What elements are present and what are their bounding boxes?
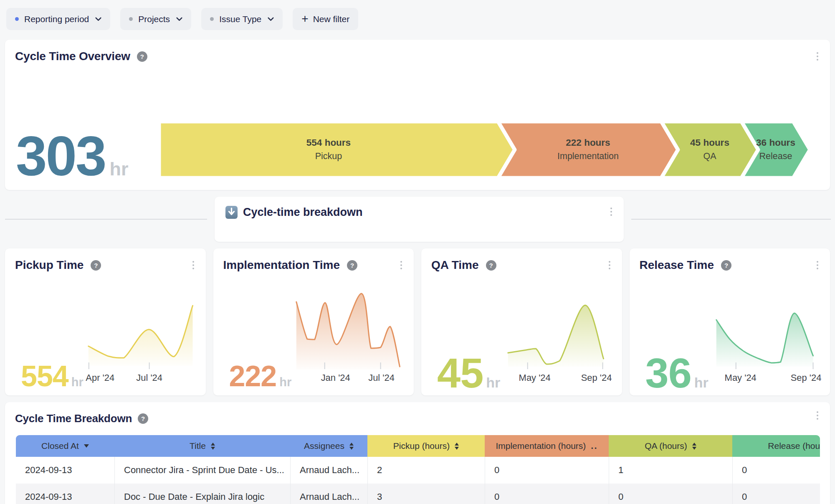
overview-total-unit: hr bbox=[110, 158, 129, 180]
help-icon[interactable]: ? bbox=[91, 260, 101, 271]
column-header-release-hours[interactable]: Release (hours) bbox=[732, 435, 820, 457]
column-header-assignees[interactable]: Assignees bbox=[290, 435, 367, 457]
cell-title: Doc - Due Date - Explain Jira logic bbox=[114, 484, 290, 504]
funnel-segment-hours: 45 hours bbox=[690, 137, 729, 148]
column-label: Implementation (hours) bbox=[496, 441, 586, 451]
table-title: Cycle Time Breakdown bbox=[15, 412, 132, 425]
filter-dot bbox=[129, 17, 133, 21]
stat-unit: hr bbox=[279, 375, 291, 389]
x-axis-tick bbox=[324, 362, 325, 369]
breakdown-table: Closed AtTitleAssigneesPickup (hours)Imp… bbox=[16, 435, 820, 504]
cell-release: 0 bbox=[732, 484, 820, 504]
stat-unit: hr bbox=[71, 375, 84, 389]
column-header-pickup-hours[interactable]: Pickup (hours) bbox=[367, 435, 485, 457]
cycle-time-overview-card: Cycle Time Overview ? 303 hr 554 hoursPi… bbox=[5, 40, 830, 190]
column-label: Assignees bbox=[304, 441, 344, 451]
sort-icon bbox=[211, 443, 215, 450]
filter-projects[interactable]: Projects bbox=[120, 8, 191, 30]
filter-label: Reporting period bbox=[24, 14, 89, 24]
chevron-down-icon bbox=[95, 17, 101, 21]
funnel-segment-implementation[interactable] bbox=[498, 122, 678, 178]
filter-issue-type[interactable]: Issue Type bbox=[201, 8, 283, 30]
chevron-down-icon bbox=[176, 17, 182, 21]
cell-assignees: Arnaud Lach... bbox=[290, 457, 367, 484]
help-icon[interactable]: ? bbox=[138, 413, 148, 424]
filter-reporting-period[interactable]: Reporting period bbox=[6, 8, 110, 30]
x-axis-label: Apr '24 bbox=[86, 372, 114, 383]
kebab-menu-icon[interactable] bbox=[192, 264, 194, 266]
stat-value: 554 bbox=[21, 362, 68, 391]
kebab-menu-icon[interactable] bbox=[400, 264, 402, 266]
x-axis-tick bbox=[527, 362, 528, 369]
overview-total-value: 303 bbox=[16, 128, 106, 184]
overview-title: Cycle Time Overview bbox=[15, 50, 130, 63]
stat-card-value: 222hr bbox=[229, 362, 292, 391]
x-axis-tick bbox=[602, 362, 603, 369]
stat-card-title: Implementation Time bbox=[223, 258, 340, 272]
kebab-menu-icon[interactable] bbox=[817, 264, 818, 266]
x-axis-tick bbox=[735, 362, 736, 369]
column-label: QA (hours) bbox=[645, 441, 687, 451]
funnel-segment-stage: Implementation bbox=[557, 151, 619, 161]
x-axis-label: May '24 bbox=[519, 372, 551, 383]
funnel-segment-qa[interactable] bbox=[661, 122, 758, 178]
divider-line-right bbox=[631, 219, 831, 220]
x-axis-tick bbox=[149, 362, 150, 369]
cycle-time-breakdown-header-card: Cycle-time breakdown bbox=[215, 197, 624, 242]
filter-dot bbox=[15, 17, 19, 21]
overview-total: 303 hr bbox=[16, 128, 129, 184]
sort-icon bbox=[692, 443, 696, 450]
stat-value: 36 bbox=[645, 352, 691, 394]
chevron-down-icon bbox=[268, 17, 274, 21]
help-icon[interactable]: ? bbox=[347, 260, 357, 271]
kebab-menu-icon[interactable] bbox=[817, 415, 818, 416]
cell-closed_at: 2024-09-13 bbox=[16, 457, 114, 484]
filter-label: Issue Type bbox=[219, 14, 261, 24]
help-icon[interactable]: ? bbox=[721, 260, 731, 271]
breakdown-header-title: Cycle-time breakdown bbox=[243, 206, 363, 219]
cycle-time-breakdown-table-card: Cycle Time Breakdown ? Closed AtTitleAss… bbox=[5, 402, 830, 504]
funnel-segment-hours: 554 hours bbox=[306, 137, 351, 148]
x-axis-label: May '24 bbox=[724, 372, 756, 383]
x-axis-label: Jul '24 bbox=[136, 372, 162, 383]
x-axis-label: Sep '24 bbox=[790, 372, 821, 383]
x-axis-tick bbox=[89, 362, 89, 369]
funnel-segment-stage: Pickup bbox=[315, 151, 342, 161]
stat-card-qa-time: May '24Sep '24QA Time?45hr bbox=[421, 248, 622, 395]
x-axis-tick bbox=[812, 362, 813, 369]
funnel-segment-stage: QA bbox=[703, 151, 716, 161]
column-header-implementation-hours[interactable]: Implementation (hours).. bbox=[485, 435, 609, 457]
cell-title: Connector Jira - Sprint Due Date - Us... bbox=[114, 457, 290, 484]
table-row[interactable]: 2024-09-13Connector Jira - Sprint Due Da… bbox=[16, 457, 820, 484]
funnel-segment-hours: 222 hours bbox=[566, 137, 610, 148]
funnel-segment-stage: Release bbox=[759, 151, 792, 161]
stat-card-value: 554hr bbox=[21, 362, 84, 391]
cell-pickup: 3 bbox=[367, 484, 485, 504]
column-label: Closed At bbox=[41, 441, 79, 451]
column-header-qa-hours[interactable]: QA (hours) bbox=[609, 435, 732, 457]
stat-card-value: 36hr bbox=[645, 352, 708, 394]
cell-implementation: 0 bbox=[485, 457, 609, 484]
column-label: Pickup (hours) bbox=[393, 441, 450, 451]
help-icon[interactable]: ? bbox=[486, 260, 496, 271]
kebab-menu-icon[interactable] bbox=[817, 56, 818, 57]
help-icon[interactable]: ? bbox=[137, 51, 147, 62]
filter-dot bbox=[210, 17, 214, 21]
column-label: Title bbox=[190, 441, 206, 451]
kebab-menu-icon[interactable] bbox=[610, 211, 612, 213]
column-header-closed-at[interactable]: Closed At bbox=[16, 435, 114, 457]
cell-pickup: 2 bbox=[367, 457, 485, 484]
table-row[interactable]: 2024-09-13Doc - Due Date - Explain Jira … bbox=[16, 484, 820, 504]
stat-card-pickup-time: Apr '24Jul '24Pickup Time?554hr bbox=[5, 248, 206, 395]
stat-card-title: Release Time bbox=[640, 258, 714, 272]
stat-value: 45 bbox=[437, 352, 483, 394]
column-header-title[interactable]: Title bbox=[114, 435, 290, 457]
stat-value: 222 bbox=[229, 362, 277, 391]
sort-icon bbox=[349, 443, 354, 450]
new-filter-label: New filter bbox=[313, 14, 350, 24]
cell-qa: 0 bbox=[609, 484, 732, 504]
funnel-segment-hours: 36 hours bbox=[756, 137, 795, 148]
kebab-menu-icon[interactable] bbox=[609, 264, 610, 266]
new-filter-button[interactable]: +New filter bbox=[293, 8, 358, 30]
funnel-segment-pickup[interactable] bbox=[159, 122, 515, 178]
